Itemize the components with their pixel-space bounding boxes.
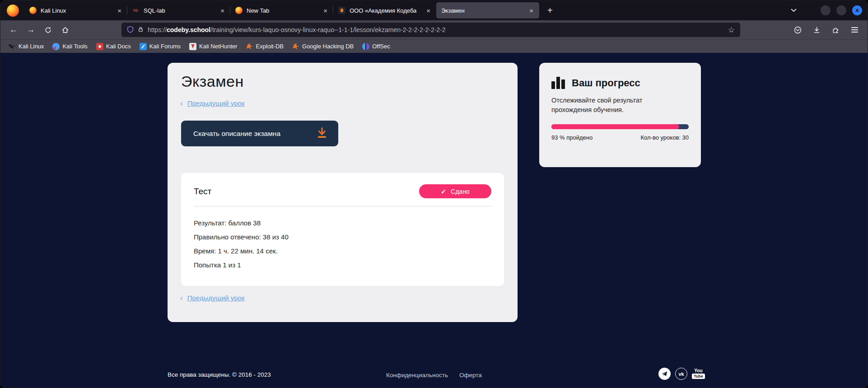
tab-title: SQL-lab	[144, 7, 215, 14]
test-title: Тест	[194, 187, 211, 196]
badge-label: Сдано	[451, 188, 470, 195]
download-button-label: Скачать описание экзамна	[193, 130, 280, 138]
page-content: Экзамен ‹ Предыдущий урок Скачать описан…	[0, 53, 868, 388]
vk-icon[interactable]: vk	[675, 368, 687, 380]
tab-close-icon[interactable]: ×	[322, 6, 328, 15]
result-time: Время: 1 ч. 22 мин. 14 сек.	[194, 244, 491, 258]
bookmarks-bar: Kali Linux Kali Tools Kali Docs Kali For…	[0, 39, 868, 53]
firefox-favicon-icon	[29, 7, 37, 14]
tab-close-icon[interactable]: ×	[425, 6, 431, 15]
tab-new-tab[interactable]: New Tab ×	[230, 2, 333, 19]
bookmark-label: Kali Forums	[149, 43, 181, 50]
social-links: vk You Tube	[658, 368, 705, 380]
bookmark-label: Exploit-DB	[256, 43, 284, 50]
kali-tools-favicon-icon	[52, 43, 60, 50]
telegram-icon[interactable]	[658, 368, 671, 380]
exploit-db-favicon-icon	[246, 43, 253, 50]
bookmark-label: Kali Linux	[19, 43, 44, 50]
url-path: /training/view/kurs-laquo-osnovy-linux-r…	[210, 26, 446, 33]
chevron-left-icon: ‹	[180, 99, 183, 107]
progress-title: Ваш прогресс	[572, 77, 640, 89]
lock-icon[interactable]	[138, 26, 144, 34]
exam-card: Экзамен ‹ Предыдущий урок Скачать описан…	[168, 63, 518, 322]
kali-docs-favicon-icon	[96, 43, 103, 50]
new-tab-button[interactable]: +	[545, 5, 555, 16]
browser-window: Kali Linux × SQL SQL-lab × New Tab × ООО…	[0, 0, 868, 388]
tab-title: New Tab	[247, 7, 318, 14]
bookmark-kali-forums[interactable]: Kali Forums	[137, 42, 183, 51]
progress-percent-label: 93 % пройдено	[551, 134, 593, 141]
page-footer: Все права защищены. © 2016 - 2023 Конфид…	[0, 367, 868, 387]
bookmark-kali-docs[interactable]: Kali Docs	[93, 42, 134, 51]
extensions-puzzle-icon[interactable]	[829, 23, 842, 37]
offer-link[interactable]: Оферта	[459, 372, 482, 379]
progress-card: Ваш прогресс Отслеживайте свой результат…	[539, 63, 701, 167]
tracking-shield-icon[interactable]	[127, 26, 134, 34]
url-scheme: https://	[148, 26, 167, 33]
tab-kali-linux[interactable]: Kali Linux ×	[24, 2, 127, 19]
downloads-icon[interactable]	[810, 23, 823, 37]
bookmark-kali-tools[interactable]: Kali Tools	[50, 42, 90, 51]
result-correct-answers: Правильно отвечено: 38 из 40	[194, 230, 491, 244]
bookmark-google-hacking-db[interactable]: Google Hacking DB	[289, 42, 356, 51]
navigation-toolbar: ← → https://codeby.school/training/view/…	[0, 20, 868, 39]
firefox-favicon-icon	[235, 7, 243, 14]
test-header: Тест ✓ Сдано	[194, 184, 491, 198]
home-button[interactable]	[58, 23, 72, 37]
tab-sql-lab[interactable]: SQL SQL-lab ×	[127, 2, 230, 19]
window-close-button[interactable]: ×	[852, 5, 862, 15]
google-hacking-db-favicon-icon	[292, 43, 299, 50]
progress-labels: 93 % пройдено Кол-во уроков: 30	[551, 134, 689, 141]
previous-lesson-link-bottom[interactable]: ‹ Предыдущий урок	[180, 294, 244, 302]
download-arrow-icon	[317, 127, 327, 140]
tabbar-right-controls: ×	[791, 5, 863, 15]
url-bar[interactable]: https://codeby.school/training/view/kurs…	[121, 23, 740, 37]
toolbar-right-group	[791, 23, 861, 37]
offsec-favicon-icon	[362, 43, 369, 50]
bookmark-label: Kali Docs	[106, 43, 131, 50]
page-title: Экзамен	[181, 73, 244, 90]
chevron-left-icon: ‹	[180, 294, 183, 302]
result-score: Результат: баллов 38	[194, 216, 491, 230]
bookmark-kali-nethunter[interactable]: Kali NetHunter	[187, 42, 240, 51]
copyright-text: Все права защищены. © 2016 - 2023	[168, 371, 271, 378]
firefox-logo-icon	[7, 5, 19, 17]
previous-lesson-link-top[interactable]: ‹ Предыдущий урок	[180, 99, 244, 107]
tab-close-icon[interactable]: ×	[528, 6, 534, 15]
progress-header: Ваш прогресс	[551, 77, 689, 89]
previous-lesson-label: Предыдущий урок	[187, 294, 245, 302]
progress-bar-fill	[551, 124, 679, 129]
kali-linux-favicon-icon	[9, 43, 16, 50]
nav-button-group: ← →	[7, 23, 72, 37]
youtube-tube-text: Tube	[692, 374, 705, 379]
menu-hamburger-icon[interactable]	[848, 23, 861, 37]
tab-strip: Kali Linux × SQL SQL-lab × New Tab × ООО…	[24, 0, 539, 20]
tab-bar: Kali Linux × SQL SQL-lab × New Tab × ООО…	[0, 0, 868, 20]
tab-close-icon[interactable]: ×	[117, 6, 122, 15]
pocket-icon[interactable]	[791, 23, 804, 37]
kali-nethunter-favicon-icon	[189, 43, 196, 50]
forward-button[interactable]: →	[24, 23, 37, 37]
window-maximize-button[interactable]	[836, 5, 846, 15]
bookmark-exploit-db[interactable]: Exploit-DB	[243, 42, 286, 51]
youtube-icon[interactable]: You Tube	[692, 369, 705, 379]
bar-chart-icon	[551, 77, 565, 89]
tab-ekzamen-active[interactable]: Экзамен ×	[436, 2, 539, 19]
download-exam-description-button[interactable]: Скачать описание экзамна	[181, 121, 338, 146]
bookmark-offsec[interactable]: OffSec	[359, 42, 393, 51]
bookmark-star-icon[interactable]: ☆	[728, 25, 735, 35]
back-button[interactable]: ←	[7, 23, 20, 37]
test-results: Результат: баллов 38 Правильно отвечено:…	[194, 216, 491, 272]
tab-academy-codeby[interactable]: ООО «Академия Кодеба ×	[333, 2, 436, 19]
window-minimize-button[interactable]	[821, 5, 831, 15]
url-domain: codeby.school	[167, 26, 210, 33]
divider	[194, 206, 491, 206]
tab-overflow-chevron-icon[interactable]	[791, 9, 797, 12]
tab-close-icon[interactable]: ×	[219, 6, 225, 15]
kali-forums-favicon-icon	[140, 43, 147, 50]
bookmark-kali-linux[interactable]: Kali Linux	[6, 42, 47, 51]
privacy-link[interactable]: Конфиденциальность	[386, 372, 448, 379]
tab-title: Kali Linux	[41, 7, 112, 14]
bookmark-label: Google Hacking DB	[302, 43, 354, 50]
reload-button[interactable]	[41, 23, 55, 37]
